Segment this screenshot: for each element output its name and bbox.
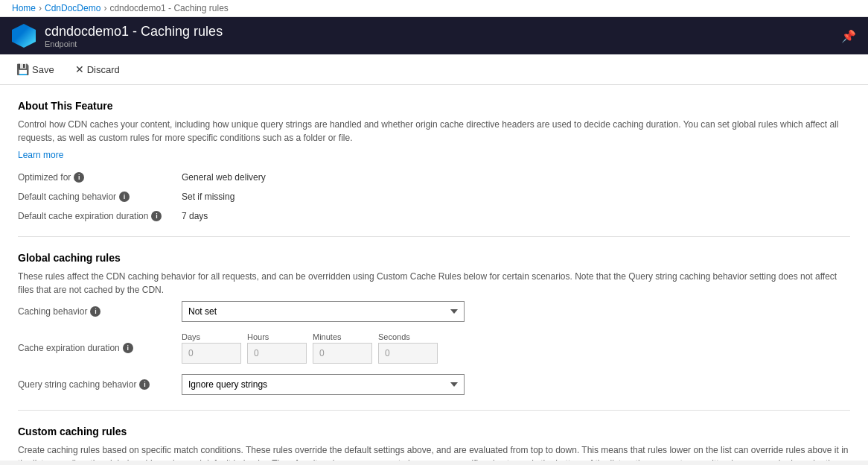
days-label: Days [182, 332, 241, 341]
seconds-field: Seconds [378, 332, 438, 364]
global-caching-title: Global caching rules [18, 252, 850, 264]
days-input[interactable] [182, 343, 241, 364]
days-field: Days [182, 332, 241, 364]
caching-behavior-control: Not set Bypass cache Override Set if mis… [182, 301, 465, 322]
cache-expiration-fields: Days Hours Minutes Seconds [182, 332, 438, 364]
default-expiration-label: Default cache expiration duration i [18, 211, 182, 221]
query-string-info-icon[interactable]: i [139, 379, 150, 390]
top-bar-title: cdndocdemo1 - Caching rules Endpoint [45, 24, 223, 48]
breadcrumb: Home › CdnDocDemo › cdndocdemo1 - Cachin… [0, 0, 868, 17]
hours-field: Hours [247, 332, 307, 364]
query-string-select[interactable]: Ignore query strings Bypass caching for … [182, 374, 465, 395]
caching-behavior-label: Caching behavior i [18, 306, 182, 317]
default-caching-info-icon[interactable]: i [119, 192, 130, 202]
discard-button[interactable]: ✕ Discard [71, 60, 124, 78]
global-caching-description: These rules affect the CDN caching behav… [18, 270, 850, 297]
minutes-input[interactable] [313, 343, 372, 364]
pin-icon[interactable]: 📌 [841, 29, 856, 43]
about-description: Control how CDN caches your content, inc… [18, 118, 850, 145]
caching-behavior-select[interactable]: Not set Bypass cache Override Set if mis… [182, 301, 465, 322]
about-section: About This Feature Control how CDN cache… [18, 100, 850, 172]
default-caching-row: Default caching behavior i Set if missin… [18, 192, 850, 202]
caching-behavior-row: Caching behavior i Not set Bypass cache … [18, 301, 850, 322]
global-caching-section: Global caching rules These rules affect … [18, 252, 850, 395]
save-label: Save [32, 64, 54, 75]
custom-caching-description: Create caching rules based on specific m… [18, 443, 850, 461]
about-title: About This Feature [18, 100, 850, 112]
optimized-for-info-icon[interactable]: i [74, 172, 84, 183]
optimized-for-value: General web delivery [182, 172, 266, 183]
default-expiration-info-icon[interactable]: i [151, 211, 162, 221]
breadcrumb-current: cdndocdemo1 - Caching rules [109, 3, 228, 13]
default-expiration-row: Default cache expiration duration i 7 da… [18, 211, 850, 221]
query-string-label: Query string caching behavior i [18, 379, 182, 390]
default-caching-value: Set if missing [182, 192, 234, 202]
seconds-label: Seconds [378, 332, 438, 341]
cache-expiration-info-icon[interactable]: i [123, 343, 133, 353]
divider-1 [18, 236, 850, 237]
top-bar: cdndocdemo1 - Caching rules Endpoint 📌 [0, 17, 868, 54]
breadcrumb-cdn[interactable]: CdnDocDemo [45, 3, 100, 13]
hours-input[interactable] [247, 343, 307, 364]
discard-label: Discard [87, 64, 120, 75]
query-string-control: Ignore query strings Bypass caching for … [182, 374, 465, 395]
cache-expiration-row: Cache expiration duration i Days Hours M… [18, 332, 850, 364]
cache-expiration-label: Cache expiration duration i [18, 343, 182, 353]
minutes-label: Minutes [313, 332, 372, 341]
optimized-for-label: Optimized for i [18, 172, 182, 183]
main-content: About This Feature Control how CDN cache… [0, 85, 868, 461]
learn-more-link[interactable]: Learn more [18, 150, 63, 160]
minutes-field: Minutes [313, 332, 372, 364]
seconds-input[interactable] [378, 343, 438, 364]
page-title: cdndocdemo1 - Caching rules [45, 24, 223, 39]
page-subtitle: Endpoint [45, 39, 223, 48]
hours-label: Hours [247, 332, 307, 341]
azure-icon [12, 24, 36, 48]
save-button[interactable]: 💾 Save [12, 60, 59, 78]
custom-caching-title: Custom caching rules [18, 426, 850, 437]
default-expiration-value: 7 days [182, 211, 208, 221]
breadcrumb-home[interactable]: Home [12, 3, 36, 13]
optimized-for-row: Optimized for i General web delivery [18, 172, 850, 183]
top-bar-left: cdndocdemo1 - Caching rules Endpoint [12, 24, 223, 48]
query-string-row: Query string caching behavior i Ignore q… [18, 374, 850, 395]
toolbar: 💾 Save ✕ Discard [0, 54, 868, 85]
discard-icon: ✕ [75, 63, 84, 75]
save-icon: 💾 [16, 63, 29, 75]
custom-caching-section: Custom caching rules Create caching rule… [18, 426, 850, 461]
default-caching-label: Default caching behavior i [18, 192, 182, 202]
divider-2 [18, 410, 850, 411]
caching-behavior-info-icon[interactable]: i [90, 306, 100, 317]
